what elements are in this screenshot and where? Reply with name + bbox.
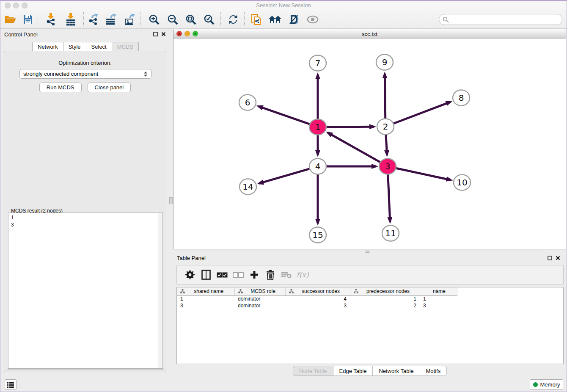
- window-title: Session: New Session: [0, 2, 567, 8]
- save-session-icon[interactable]: [20, 13, 36, 26]
- table-cell[interactable]: [457, 302, 563, 309]
- table-row[interactable]: 3dominator323: [177, 302, 563, 309]
- column-name[interactable]: name: [420, 287, 457, 295]
- tab-select[interactable]: Select: [86, 42, 112, 51]
- zoom-fit-icon[interactable]: [183, 13, 198, 26]
- home-icon[interactable]: [267, 13, 283, 26]
- graph-edge-3-10[interactable]: [396, 168, 451, 180]
- column-predecessor-nodes[interactable]: predecessor nodes: [350, 287, 420, 295]
- add-row-icon[interactable]: [246, 268, 262, 282]
- export-network-icon[interactable]: [85, 13, 101, 26]
- table-cell[interactable]: 3: [285, 302, 350, 309]
- table-row[interactable]: 1dominator411: [177, 295, 563, 302]
- search-icon: [443, 17, 449, 23]
- tab-motifs[interactable]: Motifs: [420, 366, 447, 376]
- memory-button[interactable]: Memory: [530, 379, 563, 390]
- float-panel-icon[interactable]: [153, 32, 158, 36]
- criterion-selected-value: strongly connected component: [23, 71, 143, 77]
- column-successor-nodes[interactable]: successor nodes: [285, 287, 350, 295]
- table-cell[interactable]: 1: [177, 295, 234, 302]
- graph-node-label: 3: [385, 161, 391, 171]
- graph-edge-4-14[interactable]: [259, 168, 310, 183]
- graph-node-label: 1: [315, 122, 321, 132]
- open-session-icon[interactable]: [3, 13, 18, 26]
- table-cell[interactable]: 2: [350, 302, 420, 309]
- tab-node-table[interactable]: Node Table: [293, 366, 333, 376]
- memory-status-icon: [533, 382, 538, 387]
- eye-icon[interactable]: [305, 13, 320, 26]
- import-table-icon[interactable]: [63, 13, 78, 26]
- clone-network-icon[interactable]: [249, 13, 264, 26]
- zoom-selected-icon[interactable]: [201, 13, 217, 26]
- control-panel: Control Panel Network Style Select MCDS …: [0, 29, 170, 374]
- delete-table-icon[interactable]: [278, 268, 295, 282]
- tab-mcds[interactable]: MCDS: [112, 42, 139, 51]
- mcds-result-group: MCDS result (2 nodes) 1 3: [7, 211, 164, 370]
- graph-edge-2-3[interactable]: [386, 135, 387, 155]
- application-window: Session: New Session: [0, 0, 567, 392]
- show-column-icon[interactable]: [198, 268, 214, 282]
- close-panel-icon[interactable]: [161, 32, 166, 36]
- table-cell[interactable]: 1: [420, 295, 457, 302]
- window-titlebar: Session: New Session: [0, 1, 567, 10]
- vertical-splitter-grip[interactable]: [169, 197, 173, 204]
- graph-node-label: 7: [315, 58, 321, 68]
- tab-network-table[interactable]: Network Table: [372, 366, 420, 376]
- function-builder-icon[interactable]: f(x): [295, 268, 311, 282]
- column-shared-name[interactable]: shared name: [177, 287, 234, 295]
- network-window-titlebar[interactable]: ✕ − + scc.txt: [173, 29, 566, 39]
- table-cell[interactable]: 4: [285, 295, 350, 302]
- criterion-select[interactable]: strongly connected component: [19, 69, 151, 79]
- zoom-in-icon[interactable]: [146, 13, 162, 26]
- refresh-view-icon[interactable]: [226, 13, 241, 26]
- settings-gear-icon[interactable]: [182, 268, 198, 282]
- toolbar-separator: [244, 12, 245, 27]
- column-mcds-role[interactable]: MCDS role: [234, 287, 285, 295]
- table-cell[interactable]: 3: [177, 302, 234, 309]
- table-panel-title: Table Panel: [177, 255, 206, 261]
- delete-row-icon[interactable]: [262, 268, 278, 282]
- deselect-all-icon[interactable]: [230, 268, 246, 282]
- tab-network[interactable]: Network: [32, 42, 63, 51]
- task-history-button[interactable]: [5, 379, 17, 390]
- table-header-row: shared name MCDS role successor nodes pr…: [177, 287, 563, 295]
- toolbar-separator: [220, 12, 221, 27]
- table-cell[interactable]: dominator: [234, 302, 285, 309]
- float-table-panel-icon[interactable]: [548, 256, 552, 260]
- graph-edge-1-6[interactable]: [258, 106, 310, 124]
- graph-edge-1-2[interactable]: [326, 127, 374, 127]
- hierarchy-icon: [180, 289, 185, 294]
- table-cell[interactable]: 3: [420, 302, 457, 309]
- network-graph[interactable]: 7968124314101511: [173, 39, 566, 249]
- import-network-icon[interactable]: [43, 13, 58, 26]
- close-panel-button[interactable]: Close panel: [88, 83, 131, 92]
- zoom-out-icon[interactable]: [165, 13, 180, 26]
- node-table[interactable]: shared name MCDS role successor nodes pr…: [176, 287, 564, 364]
- graph-edge-2-8[interactable]: [393, 102, 451, 124]
- horizontal-splitter-grip[interactable]: [366, 250, 369, 253]
- toggle-style-icon[interactable]: [286, 13, 301, 26]
- mcds-result-area[interactable]: 1 3: [8, 213, 163, 369]
- graph-edge-2-9[interactable]: [385, 74, 385, 119]
- graph-node-label: 10: [457, 177, 467, 188]
- export-image-icon[interactable]: [122, 13, 138, 26]
- export-table-icon[interactable]: [104, 13, 119, 26]
- list-icon: [7, 382, 14, 388]
- table-cell[interactable]: 1: [350, 295, 420, 302]
- search-field[interactable]: [439, 14, 562, 25]
- table-cell[interactable]: [457, 295, 563, 302]
- graph-edge-3-11[interactable]: [388, 174, 390, 222]
- select-all-icon[interactable]: [214, 268, 230, 282]
- result-scrollbar[interactable]: [158, 213, 162, 368]
- graph-node-label: 4: [315, 161, 321, 171]
- table-cell[interactable]: dominator: [234, 295, 285, 302]
- search-input[interactable]: [451, 15, 562, 24]
- network-canvas[interactable]: 7968124314101511: [173, 39, 566, 249]
- run-mcds-button[interactable]: Run MCDS: [39, 83, 82, 92]
- close-table-panel-icon[interactable]: [556, 256, 560, 260]
- graph-edge-3-1[interactable]: [328, 133, 381, 162]
- tab-style[interactable]: Style: [63, 42, 86, 51]
- table-tabs: Node Table Edge Table Network Table Moti…: [293, 366, 447, 376]
- status-bar: Memory: [0, 377, 567, 392]
- tab-edge-table[interactable]: Edge Table: [333, 366, 373, 376]
